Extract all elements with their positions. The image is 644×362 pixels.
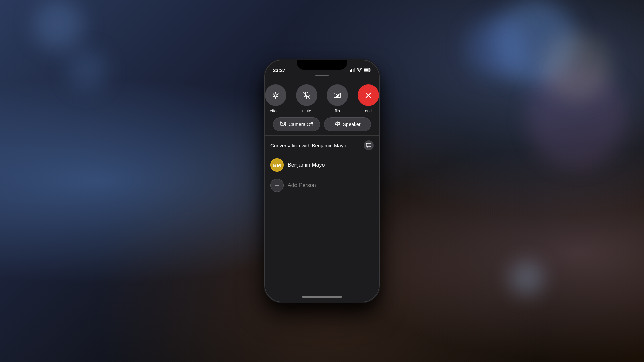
bokeh-5 [34, 0, 84, 50]
mute-icon-circle [296, 84, 317, 106]
add-person-item[interactable]: Add Person [265, 175, 379, 195]
svg-rect-6 [364, 69, 369, 71]
conversation-header: Conversation with Benjamin Mayo [265, 136, 379, 155]
bokeh-7 [510, 261, 543, 295]
flip-label: flip [335, 109, 340, 113]
camera-off-icon [280, 121, 286, 127]
status-time: 23:27 [273, 67, 285, 73]
conversation-title: Conversation with Benjamin Mayo [270, 143, 346, 148]
home-bar [302, 296, 342, 298]
contact-list: BM Benjamin Mayo Add Person [265, 155, 379, 195]
bokeh-2 [466, 17, 527, 77]
status-icons [350, 68, 371, 73]
call-controls: effects mute [265, 79, 379, 116]
phone-content: effects mute [265, 79, 379, 302]
end-button[interactable]: end [358, 84, 379, 113]
svg-point-12 [337, 95, 338, 96]
flip-icon-circle [327, 84, 348, 106]
wifi-icon [357, 68, 362, 73]
message-button[interactable] [364, 140, 374, 150]
phone-screen: 23:27 [265, 60, 379, 302]
svg-rect-16 [280, 122, 284, 125]
signal-icon [350, 68, 355, 73]
svg-point-4 [359, 71, 360, 72]
camera-off-label: Camera Off [288, 122, 313, 127]
contact-avatar: BM [270, 158, 284, 172]
effects-label: effects [270, 109, 281, 113]
svg-rect-1 [351, 69, 352, 72]
bokeh-4 [543, 34, 610, 101]
iphone-device: 23:27 [265, 60, 379, 302]
contact-initials: BM [273, 162, 281, 168]
camera-off-button[interactable]: Camera Off [273, 117, 320, 131]
battery-icon [364, 68, 371, 73]
notch [297, 60, 347, 70]
end-label: end [365, 109, 372, 113]
svg-rect-2 [353, 69, 354, 72]
secondary-controls: Camera Off Speaker [265, 116, 379, 135]
flip-button[interactable]: flip [327, 84, 348, 113]
contact-name: Benjamin Mayo [288, 162, 325, 168]
end-icon-circle [358, 84, 379, 106]
conversation-section: Conversation with Benjamin Mayo BM [265, 136, 379, 292]
add-person-icon [270, 179, 284, 192]
effects-button[interactable]: effects [265, 84, 286, 113]
home-indicator [265, 292, 379, 302]
svg-point-13 [339, 94, 340, 95]
phone-wrapper: 23:27 [265, 60, 379, 302]
mute-label: mute [302, 109, 311, 113]
add-person-label: Add Person [288, 182, 316, 188]
speaker-icon [334, 121, 340, 128]
effects-icon-circle [265, 84, 286, 106]
speaker-label: Speaker [343, 122, 360, 127]
svg-line-17 [280, 122, 286, 126]
mute-button[interactable]: mute [296, 84, 317, 113]
bokeh-6 [67, 50, 107, 90]
speaker-button[interactable]: Speaker [324, 117, 371, 131]
drag-indicator [315, 75, 329, 76]
svg-rect-0 [350, 70, 351, 72]
contact-item[interactable]: BM Benjamin Mayo [265, 155, 379, 175]
svg-rect-3 [354, 68, 355, 72]
